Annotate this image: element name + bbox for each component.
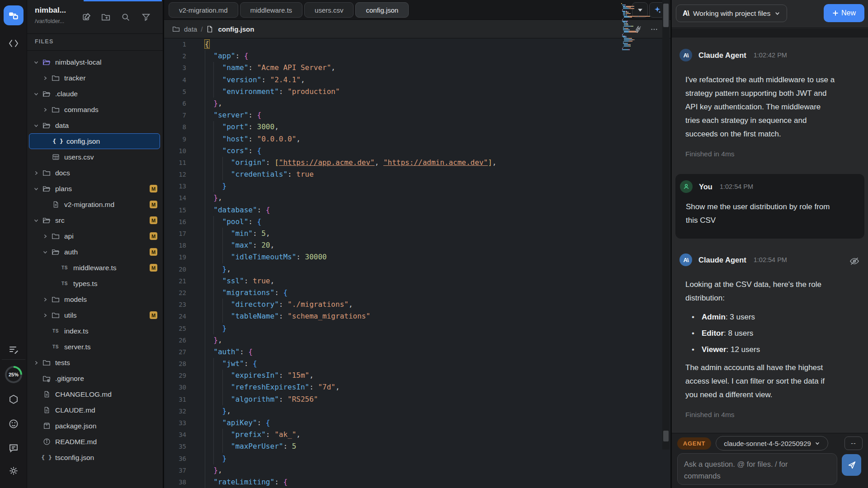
- tree-item-middleware.ts[interactable]: TSmiddleware.tsM: [27, 260, 163, 276]
- message-text: Show me the user distribution by role fr…: [686, 200, 860, 227]
- bullet-text: Viewer: 12 users: [702, 343, 760, 357]
- chevron-down-icon[interactable]: [32, 59, 41, 66]
- tree-item-label: index.ts: [64, 327, 88, 335]
- code-text: "cors": {: [205, 145, 261, 157]
- chevron-spacer: [32, 391, 41, 398]
- scrollbar-thumb[interactable]: [663, 4, 669, 27]
- model-name: claude-sonnet-4-5-20250929: [724, 440, 811, 447]
- tree-item-label: nimbalyst-local: [55, 58, 102, 66]
- tree-item-utils[interactable]: utilsM: [27, 307, 163, 323]
- tree-item-src[interactable]: srcM: [27, 212, 163, 228]
- tree-item-types.ts[interactable]: TStypes.ts: [27, 276, 163, 291]
- context-selector[interactable]: A\ Working with project files: [676, 5, 787, 22]
- app-logo[interactable]: [4, 5, 24, 25]
- folder-open-icon: [41, 90, 52, 98]
- minimap-token: [629, 31, 635, 32]
- agent-badge: AGENT: [677, 437, 711, 450]
- tree-item-auth[interactable]: authM: [27, 244, 163, 260]
- minimap-token: [623, 34, 623, 35]
- folder-open-icon: [41, 122, 52, 130]
- new-folder-icon[interactable]: [100, 12, 111, 23]
- chevron-right-icon[interactable]: [32, 169, 41, 177]
- tree-item-.claude[interactable]: .claude: [27, 86, 163, 102]
- tree-item-CHANGELOG.md[interactable]: CHANGELOG.md: [27, 386, 163, 402]
- tab-middleware.ts[interactable]: middleware.ts: [240, 2, 303, 18]
- editor-scrollbar[interactable]: [662, 0, 670, 450]
- eye-off-icon[interactable]: [849, 256, 860, 267]
- chevron-down-icon[interactable]: [32, 90, 41, 98]
- tab-v2-migration.md[interactable]: v2-migration.md: [169, 2, 238, 18]
- minimap-token: [623, 9, 623, 10]
- anthropic-logo-icon: A\: [683, 9, 689, 18]
- code-area[interactable]: 1{2 "app": {3 "name": "Acme API Server",…: [164, 38, 670, 488]
- composer-more-button[interactable]: --: [844, 436, 863, 450]
- chevron-right-icon[interactable]: [41, 106, 50, 113]
- code-text: "tableName": "schema_migrations": [205, 310, 370, 322]
- compose-icon[interactable]: [81, 12, 92, 23]
- minimap-token: [628, 16, 638, 17]
- chevron-spacer: [50, 264, 59, 272]
- chevron-down-icon[interactable]: [32, 122, 41, 129]
- tree-item-server.ts[interactable]: TSserver.ts: [27, 339, 163, 355]
- model-selector[interactable]: claude-sonnet-4-5-20250929: [716, 436, 828, 450]
- tree-item-label: src: [55, 216, 65, 225]
- tree-item-nimbalyst-local[interactable]: nimbalyst-local: [27, 54, 163, 70]
- chevron-right-icon[interactable]: [32, 359, 41, 366]
- chevron-right-icon[interactable]: [41, 312, 50, 319]
- breadcrumb-file[interactable]: config.json: [218, 25, 254, 33]
- tree-item-index.ts[interactable]: TSindex.ts: [27, 323, 163, 339]
- tree-item-api[interactable]: apiM: [27, 228, 163, 244]
- chevron-right-icon[interactable]: [41, 233, 50, 240]
- code-line: 24 "tableName": "schema_migrations": [164, 310, 670, 322]
- message-duration: Finished in 4ms: [685, 411, 859, 419]
- palette-icon[interactable]: [8, 418, 19, 429]
- filter-icon[interactable]: [141, 12, 151, 23]
- minimap-token: [627, 7, 631, 8]
- ts-icon: TS: [59, 280, 71, 288]
- tree-item-.gitignore[interactable]: .gitignore: [27, 371, 163, 386]
- breadcrumb[interactable]: data / config.json: [172, 20, 254, 38]
- tree-item-plans[interactable]: plansM: [27, 181, 163, 197]
- minimap-token: [630, 44, 631, 45]
- tree-item-tests[interactable]: tests: [27, 355, 163, 371]
- code-line: 29 "expiresIn": "15m",: [164, 370, 670, 381]
- chat-input[interactable]: Ask a question. @ for files. / forcomman…: [677, 453, 837, 485]
- notes-edit-icon[interactable]: [8, 344, 19, 355]
- bullet-dot: •: [692, 343, 702, 357]
- minimap[interactable]: [620, 2, 662, 93]
- tree-item-label: tracker: [64, 74, 85, 82]
- tree-item-data[interactable]: data: [27, 117, 163, 133]
- tree-item-tracker[interactable]: tracker: [27, 70, 163, 86]
- feedback-icon[interactable]: [8, 443, 19, 454]
- hexagon-icon[interactable]: [8, 394, 19, 405]
- tree-item-config.json[interactable]: { }config.json: [29, 133, 160, 149]
- tree-item-commands[interactable]: commands: [27, 102, 163, 117]
- tree-item-package.json[interactable]: package.json: [27, 418, 163, 434]
- tree-item-README.md[interactable]: README.md: [27, 434, 163, 450]
- tree-item-CLAUDE.md[interactable]: CLAUDE.md: [27, 402, 163, 418]
- tree-item-users.csv[interactable]: users.csv: [27, 149, 163, 165]
- search-icon[interactable]: [120, 12, 131, 23]
- tree-item-tsconfig.json[interactable]: { }tsconfig.json: [27, 450, 163, 465]
- tree-item-models[interactable]: models: [27, 291, 163, 307]
- chevron-down-icon[interactable]: [41, 249, 50, 256]
- progress-ring[interactable]: 25%: [5, 366, 22, 383]
- chevron-right-icon[interactable]: [41, 296, 50, 303]
- tree-item-v2-migration.md[interactable]: v2-migration.mdM: [27, 197, 163, 212]
- chevron-down-icon[interactable]: [32, 217, 41, 224]
- activity-rail: 25%: [0, 0, 27, 488]
- minimap-token: [623, 29, 628, 30]
- code-panel-icon[interactable]: [8, 38, 19, 49]
- minimap-token: [624, 38, 628, 39]
- breadcrumb-folder[interactable]: data: [184, 25, 197, 33]
- chevron-right-icon[interactable]: [41, 75, 50, 82]
- tree-item-docs[interactable]: docs: [27, 165, 163, 181]
- tab-config.json[interactable]: config.json: [355, 2, 409, 18]
- chevron-down-icon[interactable]: [32, 185, 41, 192]
- file-icon: [206, 25, 214, 33]
- code-line: 9 "host": "0.0.0.0",: [164, 133, 670, 145]
- tab-users.csv[interactable]: users.csv: [304, 2, 354, 18]
- send-button[interactable]: [842, 454, 861, 476]
- gear-icon[interactable]: [8, 465, 19, 476]
- new-chat-button[interactable]: New: [824, 4, 864, 22]
